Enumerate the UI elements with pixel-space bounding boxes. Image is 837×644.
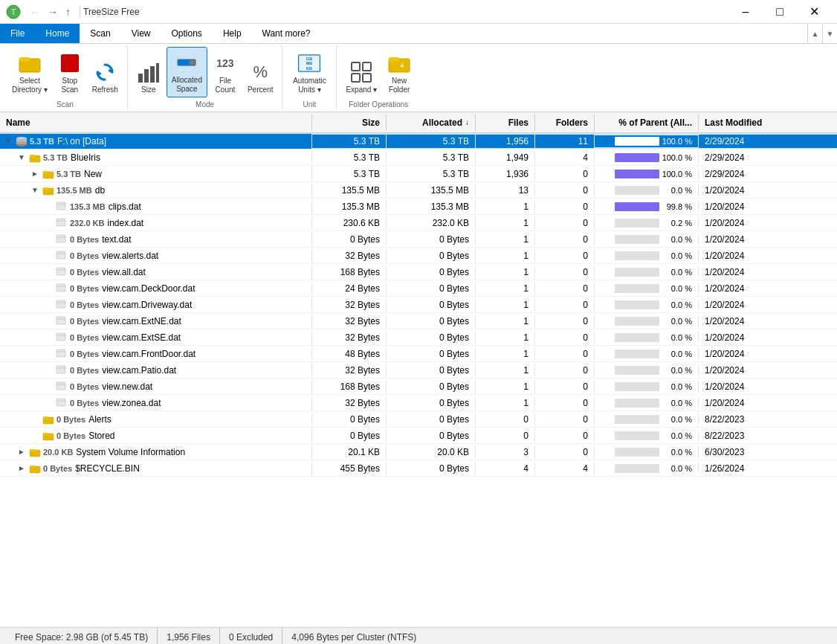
cell-percent: 0.0 % — [595, 446, 699, 458]
item-name: System Volume Information — [76, 447, 185, 457]
percent-text: 0.0 % — [662, 431, 692, 440]
tree-row[interactable]: ► 5.3 TB New 5.3 TB 5.3 TB 1,936 0 100.0… — [0, 166, 837, 182]
status-freespace: Free Space: 2.98 GB (of 5.45 TB) — [6, 628, 158, 644]
file-icon — [56, 348, 68, 360]
tab-home[interactable]: Home — [35, 24, 80, 43]
back-button[interactable]: ← — [27, 3, 43, 21]
col-header-folders[interactable]: Folders — [535, 115, 595, 131]
tree-row[interactable]: 0 Bytes view.all.dat 168 Bytes 0 Bytes 1… — [0, 264, 837, 280]
percent-text: 0.0 % — [662, 464, 692, 473]
forward-button[interactable]: → — [45, 3, 61, 21]
col-header-modified[interactable]: Last Modified — [699, 115, 837, 131]
minimize-button[interactable]: – — [728, 0, 763, 24]
svg-rect-19 — [352, 74, 360, 82]
cell-size: 32 Bytes — [312, 298, 387, 312]
tree-row[interactable]: 0 Bytes view.cam.FrontDoor.dat 48 Bytes … — [0, 346, 837, 362]
cell-name: 0 Bytes Stored — [0, 428, 312, 443]
expand-button[interactable]: Expand ▾ — [341, 57, 381, 97]
cell-allocated: 0 Bytes — [387, 347, 476, 361]
tree-row[interactable]: ▼ 5.3 TB F:\ on [Data] 5.3 TB 5.3 TB 1,9… — [0, 133, 837, 149]
close-button[interactable]: ✕ — [797, 0, 831, 24]
tree-container[interactable]: ▼ 5.3 TB F:\ on [Data] 5.3 TB 5.3 TB 1,9… — [0, 133, 837, 627]
expand-icon[interactable]: ► — [16, 448, 27, 456]
tab-scan[interactable]: Scan — [80, 24, 120, 43]
svg-rect-20 — [363, 74, 371, 82]
cell-percent: 0.0 % — [595, 430, 699, 442]
auto-units-button[interactable]: GB MB KB AutomaticUnits ▾ — [287, 48, 332, 97]
size-badge: 0 Bytes — [70, 235, 99, 244]
item-name: view.alerts.dat — [102, 251, 158, 261]
size-button[interactable]: Size — [132, 57, 165, 97]
refresh-icon — [93, 60, 117, 84]
percent-bar-container — [615, 153, 659, 162]
cell-modified: 1/20/2024 — [699, 380, 837, 393]
tree-row[interactable]: ▼ 5.3 TB BlueIris 5.3 TB 5.3 TB 1,949 4 … — [0, 149, 837, 166]
mode-group-label: Mode — [132, 99, 278, 109]
tree-row[interactable]: 232.0 KB index.dat 230.6 KB 232.0 KB 1 0… — [0, 215, 837, 231]
collapse-icon[interactable]: ▼ — [30, 186, 40, 194]
cell-allocated: 0 Bytes — [387, 249, 476, 263]
ribbon-scroll-up[interactable]: ▲ — [807, 24, 822, 43]
tree-row[interactable]: ► 0 Bytes $RECYCLE.BIN 455 Bytes 0 Bytes… — [0, 460, 837, 477]
tree-row[interactable]: 0 Bytes view.cam.ExtSE.dat 32 Bytes 0 By… — [0, 329, 837, 346]
item-name: New — [84, 169, 102, 179]
title-bar: T ← → ↑ TreeSize Free – □ ✕ — [0, 0, 837, 24]
col-header-files[interactable]: Files — [476, 115, 535, 131]
col-header-allocated[interactable]: Allocated ↓ — [387, 115, 476, 131]
cell-name: ▼ 135.5 MB db — [0, 183, 312, 198]
svg-rect-17 — [352, 62, 360, 71]
tree-row[interactable]: ▼ 135.5 MB db 135.5 MB 135.5 MB 13 0 0.0… — [0, 182, 837, 199]
col-header-percent[interactable]: % of Parent (All... — [595, 115, 699, 131]
tree-row[interactable]: 0 Bytes view.zonea.dat 32 Bytes 0 Bytes … — [0, 395, 837, 411]
svg-rect-58 — [56, 399, 65, 406]
percent-text: 0.0 % — [662, 235, 692, 244]
file-icon — [56, 201, 68, 213]
file-icon — [56, 364, 68, 376]
tab-options[interactable]: Options — [161, 24, 213, 43]
cell-files: 1 — [476, 380, 535, 393]
tree-row[interactable]: ► 20.0 KB System Volume Information 20.1… — [0, 444, 837, 460]
tree-row[interactable]: 0 Bytes view.cam.Driveway.dat 32 Bytes 0… — [0, 297, 837, 313]
tree-row[interactable]: 0 Bytes view.new.dat 168 Bytes 0 Bytes 1… — [0, 379, 837, 395]
file-count-button[interactable]: 123 FileCount — [209, 48, 242, 97]
maximize-button[interactable]: □ — [763, 0, 797, 24]
tree-row[interactable]: 0 Bytes text.dat 0 Bytes 0 Bytes 1 0 0.0… — [0, 231, 837, 248]
tab-help[interactable]: Help — [213, 24, 252, 43]
size-badge: 20.0 KB — [43, 448, 73, 457]
svg-rect-18 — [363, 62, 371, 71]
collapse-icon[interactable]: ▼ — [16, 153, 27, 161]
tab-file[interactable]: File — [0, 24, 35, 43]
tab-view[interactable]: View — [121, 24, 161, 43]
tree-row[interactable]: 0 Bytes Stored 0 Bytes 0 Bytes 0 0 0.0 %… — [0, 428, 837, 444]
sort-arrow-icon: ↓ — [465, 118, 469, 126]
col-header-name[interactable]: Name — [0, 115, 312, 131]
select-directory-label: SelectDirectory ▾ — [12, 77, 48, 94]
expand-icon[interactable]: ► — [30, 170, 40, 178]
cell-folders: 4 — [535, 462, 595, 475]
new-folder-button[interactable]: + NewFolder — [383, 48, 416, 97]
tree-row[interactable]: 0 Bytes view.cam.ExtNE.dat 32 Bytes 0 By… — [0, 313, 837, 329]
tree-row[interactable]: 0 Bytes view.alerts.dat 32 Bytes 0 Bytes… — [0, 248, 837, 264]
refresh-button[interactable]: Refresh — [88, 57, 123, 97]
select-directory-button[interactable]: SelectDirectory ▾ — [7, 48, 52, 97]
percent-button[interactable]: % Percent — [243, 57, 277, 97]
ribbon-scroll-down[interactable]: ▼ — [822, 24, 837, 43]
tree-row[interactable]: 135.3 MB clips.dat 135.3 MB 135.3 MB 1 0… — [0, 199, 837, 215]
new-folder-icon: + — [387, 51, 411, 75]
percent-bar — [615, 170, 659, 178]
col-header-size[interactable]: Size — [312, 115, 387, 131]
folder-yellow-icon — [29, 446, 41, 458]
item-name: db — [95, 185, 105, 196]
expand-icon[interactable]: ► — [16, 464, 27, 472]
tree-row[interactable]: 0 Bytes view.cam.Patio.dat 32 Bytes 0 By… — [0, 362, 837, 379]
cell-modified: 8/22/2023 — [699, 429, 837, 442]
percent-text: 0.0 % — [662, 317, 692, 326]
stop-scan-button[interactable]: StopScan — [54, 48, 86, 97]
tab-wantmore[interactable]: Want more? — [252, 24, 321, 43]
up-button[interactable]: ↑ — [62, 3, 74, 21]
tree-row[interactable]: 0 Bytes Alerts 0 Bytes 0 Bytes 0 0 0.0 %… — [0, 411, 837, 428]
collapse-icon[interactable]: ▼ — [3, 137, 13, 145]
cell-name: ▼ 5.3 TB F:\ on [Data] — [0, 134, 312, 149]
tree-row[interactable]: 0 Bytes view.cam.DeckDoor.dat 24 Bytes 0… — [0, 280, 837, 297]
allocated-space-button[interactable]: AllocatedSpace — [167, 47, 207, 97]
